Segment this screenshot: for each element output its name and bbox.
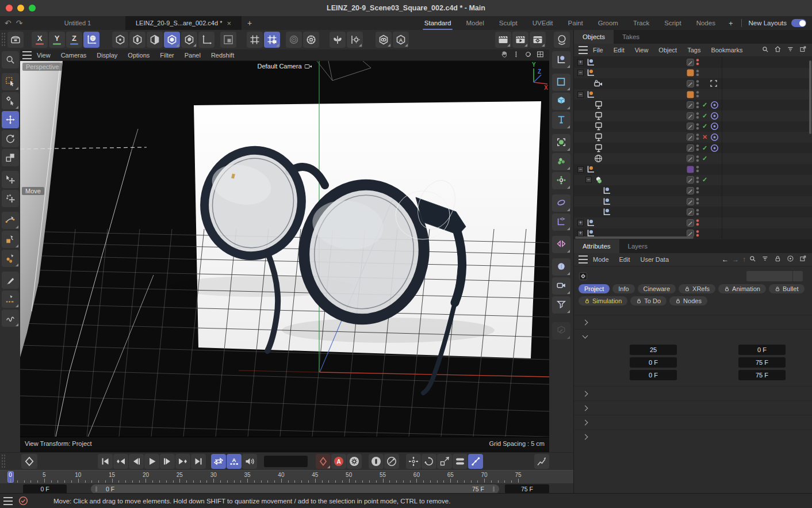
selection-move-icon[interactable]	[2, 171, 19, 188]
parent-up-icon[interactable]: ↑	[742, 255, 746, 263]
viewport-solo-icon[interactable]	[376, 32, 392, 48]
objects-detach-icon[interactable]	[799, 45, 809, 55]
attribute-tab-project[interactable]: Project	[579, 284, 610, 293]
layout-tab-nodes[interactable]: Nodes	[689, 16, 723, 30]
dolly-view-icon[interactable]	[512, 51, 522, 60]
field-input-time-max[interactable]	[738, 357, 786, 368]
sound-toggle[interactable]	[242, 454, 257, 469]
add-cube-icon[interactable]	[552, 93, 570, 110]
add-layout-button[interactable]: +	[723, 19, 739, 28]
attributes-filter-icon[interactable]	[761, 255, 771, 264]
record-pla-toggle[interactable]	[468, 454, 483, 469]
autokey-toggle[interactable]: A	[331, 454, 346, 469]
record-position-toggle[interactable]	[406, 454, 421, 469]
tree-row-light-target[interactable]: +	[574, 196, 812, 207]
tree-row-logo[interactable]: +	[574, 185, 812, 196]
add-null-icon[interactable]	[552, 51, 570, 68]
edit-layer-icon[interactable]	[687, 208, 694, 216]
timeline-graph-button[interactable]	[534, 454, 549, 469]
tree-row-rs-dome-light[interactable]: +✓	[574, 153, 812, 164]
enable-state-icon[interactable]: ✓	[701, 123, 708, 130]
layout-tab-groom[interactable]: Groom	[591, 16, 626, 30]
range-end-field[interactable]: 75 F	[505, 484, 549, 494]
visibility-dots-icon[interactable]	[696, 123, 699, 131]
attribute-tab-nodes[interactable]: Nodes	[669, 296, 707, 305]
visibility-dots-icon[interactable]	[696, 101, 699, 109]
section-execution[interactable]	[574, 386, 812, 400]
undo-icon[interactable]: ↶	[5, 18, 12, 28]
sketch-tool-icon[interactable]	[2, 310, 19, 327]
material-manager-icon[interactable]	[554, 32, 570, 48]
tree-row--camera[interactable]: −	[574, 68, 812, 79]
preview-range-scrollbar[interactable]: 0 F 75 F	[91, 484, 499, 494]
add-environment-icon[interactable]	[552, 258, 570, 276]
objects-menu-view[interactable]: View	[630, 47, 654, 54]
objects-menu-file[interactable]: File	[588, 47, 608, 54]
edit-layer-icon[interactable]	[687, 91, 694, 98]
attributes-tab-attributes[interactable]: Attributes	[574, 239, 619, 253]
range-start-field[interactable]: 0 F	[23, 484, 67, 494]
section-display[interactable]	[574, 415, 812, 429]
keyframe-settings-button[interactable]	[347, 454, 362, 469]
axis-modification-icon[interactable]	[198, 32, 215, 48]
asset-drawer-icon[interactable]	[7, 32, 24, 48]
tree-expander[interactable]: +	[577, 220, 584, 226]
workplane-icon[interactable]	[220, 32, 236, 48]
keyframe-selection-button[interactable]	[369, 454, 384, 469]
attributes-menu-icon[interactable]	[579, 255, 588, 263]
tree-expander[interactable]: −	[577, 91, 584, 98]
edit-layer-icon[interactable]	[687, 187, 694, 194]
auto-mode-icon[interactable]: A	[393, 32, 409, 48]
edit-layer-icon[interactable]	[687, 198, 694, 205]
attribute-tab-animation[interactable]: Animation	[718, 284, 766, 293]
quantize-icon[interactable]	[286, 32, 302, 48]
quantize-settings-icon[interactable]	[303, 32, 319, 48]
visibility-dots-icon[interactable]	[696, 165, 699, 173]
add-symmetry-icon[interactable]	[552, 236, 570, 253]
section-scale[interactable]	[574, 315, 812, 329]
spline-smooth-icon[interactable]	[2, 291, 19, 308]
timeline-grip[interactable]	[1, 454, 6, 469]
tree-row-rim-left-sharp[interactable]: +✓	[574, 100, 812, 110]
tree-row-model-01[interactable]: −✓	[574, 175, 812, 186]
camera-label[interactable]: Default Camera	[257, 63, 312, 70]
record-rotation-toggle[interactable]	[422, 454, 436, 469]
layout-tab-track[interactable]: Track	[626, 16, 657, 30]
history-back-icon[interactable]: ←	[722, 255, 729, 263]
pen-primitives-icon[interactable]	[2, 250, 19, 267]
spline-primitive-icon[interactable]	[2, 231, 19, 248]
attribute-tab-cineware[interactable]: Cineware	[638, 284, 676, 293]
objects-menu-edit[interactable]: Edit	[608, 47, 630, 54]
visibility-dots-icon[interactable]	[696, 133, 699, 141]
objects-menu-bookmarks[interactable]: Bookmarks	[706, 47, 748, 54]
rotate-tool-icon[interactable]	[2, 130, 19, 147]
model-mode-icon[interactable]	[164, 32, 180, 48]
record-keyframe-button[interactable]	[316, 454, 331, 469]
orbit-view-icon[interactable]	[524, 51, 534, 60]
visibility-dots-icon[interactable]	[696, 69, 699, 77]
enable-state-icon[interactable]: ✓	[701, 112, 708, 120]
add-text-icon[interactable]	[552, 112, 570, 129]
viewport-3d-scene[interactable]: Y Z X	[20, 61, 549, 437]
attributes-menu-edit[interactable]: Edit	[614, 256, 635, 263]
make-editable-icon[interactable]	[112, 32, 128, 48]
edit-layer-icon[interactable]	[687, 123, 694, 130]
attribute-tab-simulation[interactable]: Simulation	[579, 296, 627, 305]
viewport-menu-redshift[interactable]: Redshift	[206, 52, 239, 59]
multi-transform-icon[interactable]	[2, 190, 19, 207]
objects-search-icon[interactable]	[762, 46, 771, 55]
edit-layer-icon[interactable]	[687, 155, 694, 162]
loop-playback-toggle[interactable]	[211, 454, 226, 469]
annotate-icon[interactable]	[552, 322, 570, 339]
attributes-track-icon[interactable]	[787, 255, 796, 264]
tree-row-rim-left[interactable]: +✓	[574, 110, 812, 121]
layout-tab-uvedit[interactable]: UVEdit	[525, 16, 561, 30]
symmetry-settings-icon[interactable]	[347, 32, 363, 48]
document-tab-untitled[interactable]: Untitled 1	[30, 16, 125, 30]
live-selection-icon[interactable]	[2, 73, 19, 90]
enable-state-icon[interactable]: ✓	[701, 144, 708, 152]
visibility-dots-icon[interactable]	[696, 90, 699, 98]
layout-tab-paint[interactable]: Paint	[561, 16, 591, 30]
field-input-preview-max[interactable]	[738, 370, 786, 380]
enable-state-icon[interactable]: ✕	[701, 133, 708, 141]
